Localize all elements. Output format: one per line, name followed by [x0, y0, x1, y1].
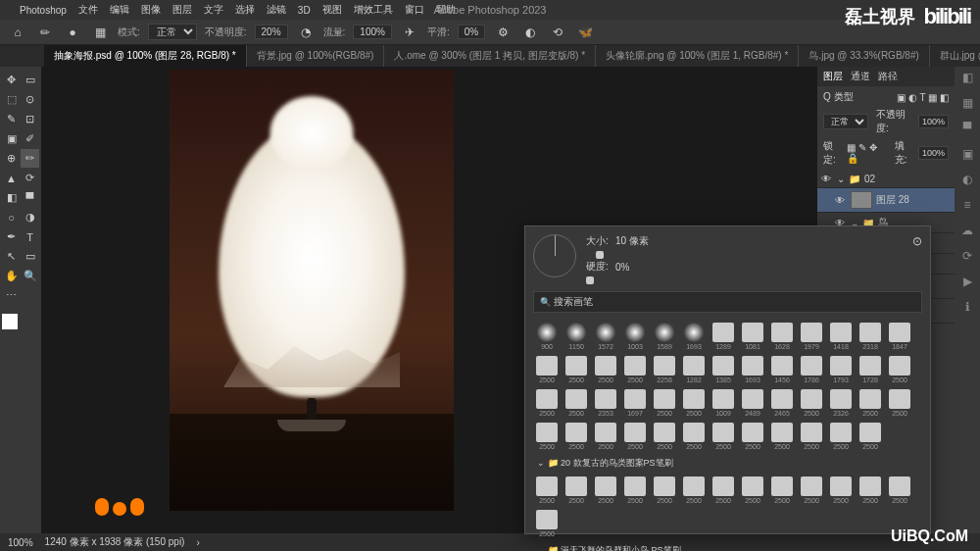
brush-preset[interactable]: 1628 [768, 321, 796, 352]
brush-preset[interactable]: 1786 [798, 354, 825, 385]
tab-channels[interactable]: 通道 [851, 70, 870, 83]
brush-preset[interactable]: 2500 [680, 387, 708, 419]
lasso-tool[interactable]: ⊙ [21, 90, 39, 109]
layer-thumbnail[interactable] [851, 191, 872, 209]
brush-preset[interactable]: 2500 [798, 421, 825, 452]
flow-value[interactable]: 100% [353, 25, 392, 39]
visibility-icon[interactable]: 👁 [821, 174, 833, 184]
swatches-panel-icon[interactable]: ▦ [958, 96, 976, 114]
brush-preset[interactable]: 2500 [651, 421, 678, 452]
layer-blend-mode[interactable]: 正常 [823, 114, 868, 129]
menu-filter[interactable]: 滤镜 [267, 3, 286, 17]
brush-preset[interactable]: 2500 [533, 354, 561, 385]
edit-toolbar[interactable]: ⋯ [2, 286, 21, 305]
layer-opacity-value[interactable]: 100% [918, 115, 949, 128]
brush-preset[interactable]: 2500 [533, 475, 561, 506]
info-panel-icon[interactable]: ℹ [958, 300, 976, 318]
layer-row[interactable]: 👁⌄📁02 [817, 171, 955, 188]
foreground-color[interactable] [2, 314, 18, 329]
stamp-tool[interactable]: ▲ [2, 169, 21, 187]
airbrush-icon[interactable]: ✈ [400, 23, 419, 42]
brush-angle-control[interactable] [533, 234, 576, 277]
brush-preset[interactable]: 2500 [886, 475, 913, 506]
smoothing-value[interactable]: 0% [458, 25, 485, 39]
blend-mode-select[interactable]: 正常 [148, 24, 197, 40]
brush-preset[interactable]: 1385 [710, 354, 737, 385]
history-brush-tool[interactable]: ⟳ [21, 169, 39, 187]
brush-preset[interactable]: 2500 [651, 387, 678, 419]
document-tab[interactable]: 头像轮廓.png @ 100% (图层 1, RGB/8#) * [596, 45, 799, 67]
brush-preset[interactable]: 2500 [563, 354, 590, 385]
menu-photoshop[interactable]: Photoshop [20, 5, 67, 16]
brush-preset[interactable]: 1693 [680, 321, 708, 352]
brush-preset[interactable]: 2500 [592, 354, 619, 385]
marquee-tool[interactable]: ⬚ [2, 90, 21, 109]
brush-preset[interactable]: 2500 [798, 387, 825, 419]
brush-preset[interactable]: 2500 [739, 421, 766, 452]
brush-preset[interactable]: 2500 [592, 421, 619, 452]
brush-preset[interactable]: 1979 [798, 321, 825, 352]
brush-preset[interactable]: 2500 [680, 475, 708, 506]
brush-preset[interactable]: 1009 [710, 387, 737, 419]
brush-preset[interactable]: 2318 [857, 321, 884, 352]
pen-tool[interactable]: ✒ [2, 227, 21, 246]
brush-preset[interactable]: 1693 [739, 354, 766, 385]
brush-preset[interactable]: 900 [533, 321, 561, 352]
zoom-level[interactable]: 100% [8, 537, 33, 548]
brush-preset[interactable]: 2500 [680, 421, 708, 452]
adjustments-panel-icon[interactable]: ◐ [958, 173, 976, 190]
brush-preset[interactable]: 1081 [739, 321, 766, 352]
chevron-down-icon[interactable]: ⌄ [837, 174, 845, 184]
brush-preset[interactable]: 1572 [592, 321, 619, 352]
brush-preset[interactable]: 2500 [857, 421, 884, 452]
brush-preset[interactable]: 2500 [592, 475, 619, 506]
brush-preset[interactable]: 2500 [857, 475, 884, 506]
document-tab[interactable]: 抽象海报.psd @ 100% (图层 28, RGB/8) * [44, 45, 247, 67]
brush-preset[interactable]: 2500 [621, 421, 649, 452]
zoom-tool[interactable]: 🔍 [21, 267, 39, 285]
menu-view[interactable]: 视图 [322, 3, 342, 17]
document-tab[interactable]: 群山.jpg @ 251%(RGB/8#) [930, 45, 980, 67]
gradient-tool[interactable]: ▀ [21, 188, 39, 207]
brush-preset[interactable]: 1847 [886, 321, 913, 352]
document-tab[interactable]: 鸟.jpg @ 33.3%(RGB/8#) [799, 45, 929, 67]
properties-panel-icon[interactable]: ≡ [958, 198, 976, 216]
brush-preset[interactable]: 2500 [886, 354, 913, 385]
brush-preset[interactable]: 1456 [768, 354, 796, 385]
path-tool[interactable]: ↖ [2, 247, 21, 266]
brush-panel-icon[interactable]: ▦ [90, 23, 110, 42]
brush-preset[interactable]: 2500 [768, 475, 796, 506]
menu-window[interactable]: 窗口 [405, 3, 424, 17]
brush-tool[interactable]: ✏ [21, 149, 39, 168]
brush-size-value[interactable]: 10 像素 [615, 234, 655, 248]
brush-preset[interactable]: 2500 [886, 387, 913, 419]
gradients-panel-icon[interactable]: ▀ [958, 122, 976, 139]
shape-tool[interactable]: ▭ [21, 247, 39, 266]
frame-tool[interactable]: ▣ [2, 129, 21, 148]
brush-preset[interactable]: 2353 [592, 387, 619, 419]
opacity-value[interactable]: 20% [255, 25, 288, 39]
menu-type[interactable]: 文字 [204, 3, 223, 17]
status-chevron-icon[interactable]: › [196, 537, 199, 548]
brush-preset[interactable]: 2258 [651, 354, 678, 385]
brush-folder[interactable]: ⌄ 📁 漫天飞舞的鸟群和小鸟 PS笔刷 [533, 541, 922, 551]
hand-tool[interactable]: ✋ [2, 267, 21, 285]
artboard-tool[interactable]: ▭ [21, 71, 39, 89]
fill-value[interactable]: 100% [918, 146, 949, 160]
brush-preset[interactable]: 2326 [827, 387, 855, 419]
brush-preset[interactable]: 1418 [827, 321, 855, 352]
pressure-size-icon[interactable]: ⟲ [548, 23, 567, 42]
menu-edit[interactable]: 编辑 [110, 3, 129, 17]
menu-file[interactable]: 文件 [78, 3, 98, 17]
tab-layers[interactable]: 图层 [823, 70, 843, 83]
layer-name[interactable]: 图层 28 [876, 193, 909, 207]
move-tool[interactable]: ✥ [2, 71, 21, 89]
eraser-tool[interactable]: ◧ [2, 188, 21, 207]
brush-preset[interactable]: 2489 [739, 387, 766, 419]
brush-preset[interactable]: 2500 [621, 475, 649, 506]
brush-preset[interactable]: 1003 [621, 321, 649, 352]
brush-preset[interactable]: 1150 [563, 321, 590, 352]
brush-search-input[interactable]: 🔍 搜索画笔 [533, 291, 922, 313]
pressure-opacity-icon[interactable]: ◔ [296, 23, 316, 42]
brush-preset[interactable]: 2500 [710, 475, 737, 506]
